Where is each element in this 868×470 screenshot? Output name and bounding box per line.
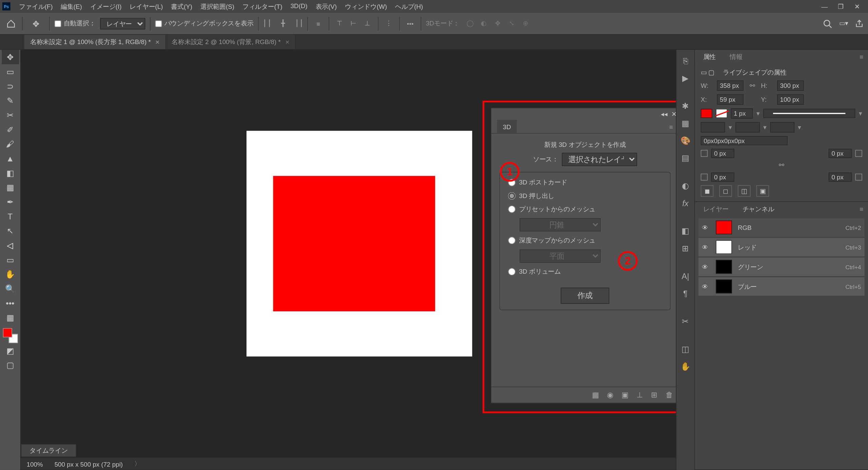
path-select-tool[interactable]: ↖ [1,223,19,238]
panel-menu-icon[interactable]: ≡ [860,53,863,60]
path-subtract-icon[interactable]: ◻ [719,185,732,197]
grid-icon[interactable]: ▤ [678,151,693,165]
menu-書式(Y)[interactable]: 書式(Y) [167,2,196,11]
distribute-bottom-icon[interactable]: ⊥ [362,18,373,29]
rectangle-shape[interactable] [273,176,435,311]
stroke-width-input[interactable] [731,108,753,119]
tab-close-icon[interactable]: × [285,38,289,46]
clone-source-icon[interactable]: ◫ [678,341,693,356]
glyphs-icon[interactable]: ⊞ [678,241,693,256]
menu-選択範囲(S)[interactable]: 選択範囲(S) [196,2,238,11]
document-tab[interactable]: 名称未設定 2 @ 100% (背景, RGB/8) *× [166,35,296,49]
distribute-vcenter-icon[interactable]: ⊢ [348,18,359,29]
tab-layers[interactable]: レイヤー [699,202,732,216]
radius-tr[interactable] [829,149,852,158]
tab-info[interactable]: 情報 [726,50,746,64]
distribute-spacing-icon[interactable]: ⋮ [383,18,395,29]
show-bbox-checkbox[interactable]: バウンディングボックスを表示 [155,19,253,28]
menu-3D(D)[interactable]: 3D(D) [287,2,312,11]
x-input[interactable] [717,94,744,105]
lasso-tool[interactable]: ⊃ [1,79,19,93]
foreground-color-swatch[interactable] [3,328,12,337]
menu-編集(E)[interactable]: 編集(E) [57,2,86,11]
zoom-tool[interactable]: 🔍 [1,281,19,296]
color-swatches[interactable] [3,328,18,343]
radio-3d-postcard[interactable]: 3D ポストカード [508,178,662,187]
layers-icon[interactable]: ◧ [678,223,693,238]
panel-menu-icon[interactable]: ≡ [860,205,863,212]
path-combine-icon[interactable]: ◼ [701,185,714,197]
canvas-area[interactable]: ◂◂ ✕ 3D ≡ 新規 3D オブジェクトを作成 ソース： 選択されたレイヤー… [21,50,676,470]
height-input[interactable] [777,80,804,91]
radius-bl[interactable] [711,173,734,182]
corner-select[interactable] [735,122,760,133]
clone-stamp-tool[interactable]: ▲ [1,151,19,165]
panel-close-icon[interactable]: ✕ [671,110,676,118]
y-input[interactable] [777,94,804,105]
align-more-icon[interactable]: ≡ [313,18,324,29]
link-radii-icon[interactable]: ⚯ [776,161,787,169]
adjustments-icon[interactable]: ◐ [678,178,693,193]
width-input[interactable] [717,80,744,91]
move-tool[interactable]: ✥ [1,50,19,64]
type-tool[interactable]: T [1,209,19,223]
tab-channels[interactable]: チャンネル [739,202,777,216]
edit-toolbar[interactable]: ▦ [1,310,19,325]
play-icon[interactable]: ▶ [678,71,693,85]
crop-tool[interactable]: ✂ [1,107,19,122]
channel-row[interactable]: 👁グリーンCtrl+4 [698,257,865,276]
character-icon[interactable]: A| [678,269,693,283]
gradient-tool[interactable]: ▦ [1,180,19,195]
panel-collapse-icon[interactable]: ◂◂ [661,110,668,118]
menu-レイヤー(L)[interactable]: レイヤー(L) [126,2,167,11]
tools-presets-icon[interactable]: ✂ [678,314,693,329]
workspace-switcher-icon[interactable]: ▭▾ [839,20,848,27]
menu-フィルター(T)[interactable]: フィルター(T) [238,2,287,11]
quick-mask-tool[interactable]: ◩ [1,343,19,358]
menu-ヘルプ(H)[interactable]: ヘルプ(H) [391,2,427,11]
align-left-icon[interactable]: ▏▏ [263,18,275,29]
3d-light-icon[interactable]: ◉ [607,391,613,399]
zoom-level[interactable]: 100% [27,461,43,467]
maximize-button[interactable]: ❐ [837,2,845,11]
color-icon[interactable]: ✱ [678,98,693,113]
menu-表示(V)[interactable]: 表示(V) [312,2,341,11]
hand-tool[interactable]: ✋ [1,267,19,281]
marquee-tool[interactable]: ▭ [1,64,19,79]
radius-all-input[interactable] [701,136,788,145]
direct-select-tool[interactable]: ◁ [1,238,19,252]
auto-select-target[interactable]: レイヤー [100,18,145,29]
brush-tool[interactable]: 🖌 [1,137,19,151]
radio-preset-mesh[interactable]: プリセットからのメッシュ [508,205,662,214]
visibility-icon[interactable]: 👁 [702,224,710,231]
align-center-h-icon[interactable]: ╋ [277,18,289,29]
paragraph-icon[interactable]: ¶ [678,286,693,301]
minimize-button[interactable]: — [821,2,829,11]
channel-row[interactable]: 👁レッドCtrl+3 [698,238,865,256]
stroke-style[interactable] [763,109,855,118]
path-intersect-icon[interactable]: ◫ [738,185,751,197]
cap-select[interactable] [701,122,725,133]
hand-icon[interactable]: ✋ [678,359,693,374]
home-button[interactable] [5,17,18,30]
eyedropper-tool[interactable]: ✐ [1,122,19,137]
panel-tab-3d[interactable]: 3D [497,120,517,133]
menu-イメージ(I)[interactable]: イメージ(I) [86,2,126,11]
timeline-panel-tab[interactable]: タイムライン [21,444,76,457]
close-button[interactable]: ✕ [853,2,861,11]
radius-br[interactable] [829,173,852,182]
eraser-tool[interactable]: ◧ [1,165,19,180]
align-right-icon[interactable]: ▕▕ [291,18,302,29]
3d-trash-icon[interactable]: 🗑 [666,391,673,399]
search-icon[interactable] [823,19,832,28]
stroke-swatch[interactable] [716,109,727,118]
radio-3d-extrude[interactable]: 3D 押し出し [508,192,662,200]
visibility-icon[interactable]: 👁 [702,243,710,250]
auto-select-checkbox[interactable]: 自動選択： [54,19,95,28]
source-select[interactable]: 選択されたレイヤー [562,153,637,166]
3d-ground-icon[interactable]: ⊥ [636,391,643,399]
share-icon[interactable] [855,19,863,27]
tab-properties[interactable]: 属性 [699,50,719,64]
distribute-top-icon[interactable]: ⊤ [334,18,346,29]
create-button[interactable]: 作成 [561,288,609,304]
